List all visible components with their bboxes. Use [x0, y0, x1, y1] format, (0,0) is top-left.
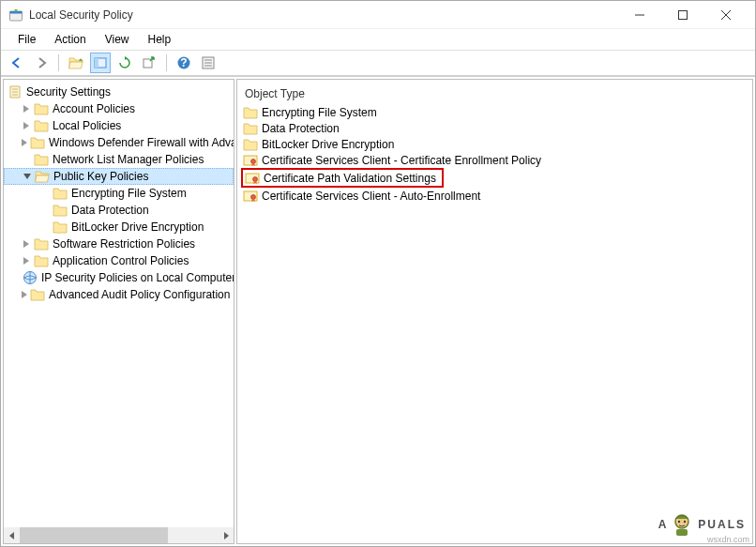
- window-title: Local Security Policy: [29, 8, 618, 22]
- tree-label: Account Policies: [53, 102, 135, 115]
- export-button[interactable]: [139, 53, 159, 73]
- tree-item-software-restriction[interactable]: Software Restriction Policies: [4, 236, 234, 252]
- help-button[interactable]: ?: [174, 53, 194, 73]
- forward-button[interactable]: [31, 53, 52, 73]
- content-area: Security Settings Account Policies Local…: [1, 76, 755, 546]
- ipsec-icon: [23, 270, 38, 285]
- properties-button[interactable]: [198, 53, 219, 73]
- tree-item-advanced-audit[interactable]: Advanced Audit Policy Configuration: [4, 286, 234, 303]
- titlebar: Local Security Policy: [1, 1, 755, 29]
- app-icon: [8, 8, 23, 23]
- tree-item-data-protection[interactable]: Data Protection: [4, 202, 234, 219]
- svg-rect-7: [95, 58, 98, 68]
- folder-icon: [34, 118, 49, 133]
- tree-panel: Security Settings Account Policies Local…: [3, 79, 234, 544]
- list-label: Certificate Services Client - Auto-Enrol…: [262, 190, 480, 203]
- tree-item-account-policies[interactable]: Account Policies: [4, 100, 234, 117]
- tree-item-bitlocker[interactable]: BitLocker Drive Encryption: [4, 219, 234, 236]
- tree-item-efs[interactable]: Encrypting File System: [4, 185, 234, 202]
- chevron-right-icon[interactable]: [21, 120, 32, 131]
- folder-icon: [34, 253, 49, 268]
- list-item-efs[interactable]: Encrypting File System: [237, 104, 752, 120]
- chevron-down-icon[interactable]: [22, 171, 33, 182]
- close-button[interactable]: [704, 1, 748, 29]
- tree-item-network-list[interactable]: Network List Manager Policies: [4, 151, 234, 168]
- tree-label: BitLocker Drive Encryption: [71, 220, 204, 234]
- tree-label: Network List Manager Policies: [53, 153, 204, 166]
- column-header-object-type[interactable]: Object Type: [237, 84, 752, 104]
- tree-item-public-key-policies[interactable]: Public Key Policies: [4, 168, 234, 185]
- toolbar: ?: [1, 50, 755, 76]
- list-label: BitLocker Drive Encryption: [262, 138, 394, 151]
- tree-label: Windows Defender Firewall with Advanced …: [49, 136, 234, 149]
- refresh-button[interactable]: [114, 53, 135, 73]
- list-panel: Object Type Encrypting File System Data …: [236, 79, 753, 544]
- tree-item-local-policies[interactable]: Local Policies: [4, 117, 234, 134]
- back-button[interactable]: [7, 53, 27, 73]
- left-horizontal-scrollbar[interactable]: [4, 527, 234, 543]
- menu-help[interactable]: Help: [141, 31, 179, 48]
- folder-icon: [34, 101, 49, 116]
- certificate-icon: [243, 153, 258, 168]
- folder-icon: [34, 236, 49, 251]
- chevron-right-icon[interactable]: [21, 255, 32, 266]
- highlight-annotation: Certificate Path Validation Settings: [241, 168, 444, 188]
- list-label: Encrypting File System: [262, 106, 377, 119]
- folder-icon: [30, 287, 45, 302]
- tree-label: Local Policies: [53, 119, 121, 132]
- menu-action[interactable]: Action: [47, 31, 93, 48]
- list-item-bitlocker[interactable]: BitLocker Drive Encryption: [237, 136, 752, 152]
- list-item-cert-path-validation[interactable]: Certificate Path Validation Settings: [243, 170, 442, 186]
- folder-open-icon: [35, 169, 50, 184]
- folder-icon: [53, 186, 68, 201]
- folder-icon: [243, 105, 258, 120]
- list-label: Certificate Path Validation Settings: [264, 172, 436, 185]
- chevron-right-icon[interactable]: [21, 289, 28, 300]
- folder-icon: [34, 152, 49, 167]
- maximize-button[interactable]: [661, 1, 704, 29]
- folder-icon: [53, 220, 68, 235]
- scroll-right-arrow-icon[interactable]: [218, 527, 234, 543]
- show-hide-tree-button[interactable]: [90, 53, 111, 73]
- menubar: File Action View Help: [1, 29, 755, 50]
- security-settings-icon: [8, 84, 23, 99]
- menu-view[interactable]: View: [98, 31, 137, 48]
- tree-label: IP Security Policies on Local Computer: [41, 271, 234, 284]
- certificate-icon: [243, 189, 258, 204]
- scroll-left-arrow-icon[interactable]: [4, 527, 20, 543]
- folder-icon: [243, 137, 258, 152]
- tree-root[interactable]: Security Settings: [4, 84, 234, 100]
- up-button[interactable]: [66, 53, 86, 73]
- tree-label: Encrypting File System: [71, 187, 187, 200]
- list-label: Data Protection: [262, 122, 340, 135]
- tree-label: Advanced Audit Policy Configuration: [49, 288, 230, 301]
- tree-label: Software Restriction Policies: [53, 237, 195, 251]
- tree-item-ip-security[interactable]: IP Security Policies on Local Computer: [4, 269, 234, 286]
- chevron-right-icon[interactable]: [21, 103, 32, 114]
- tree-label: Data Protection: [71, 204, 149, 217]
- scrollbar-thumb[interactable]: [20, 527, 168, 543]
- tree-label: Security Settings: [26, 85, 111, 99]
- tree-item-app-control[interactable]: Application Control Policies: [4, 252, 234, 269]
- tree-label: Application Control Policies: [53, 254, 189, 267]
- certificate-icon: [245, 171, 260, 186]
- list-item-cert-enroll-policy[interactable]: Certificate Services Client - Certificat…: [237, 152, 752, 168]
- folder-icon: [243, 121, 258, 136]
- folder-icon: [53, 203, 68, 218]
- chevron-right-icon[interactable]: [21, 137, 28, 148]
- folder-icon: [30, 135, 45, 150]
- list-item-data-protection[interactable]: Data Protection: [237, 120, 752, 136]
- svg-text:?: ?: [180, 56, 187, 69]
- list-label: Certificate Services Client - Certificat…: [262, 154, 541, 167]
- svg-rect-5: [679, 10, 688, 19]
- tree-label: Public Key Policies: [53, 170, 148, 183]
- menu-file[interactable]: File: [10, 31, 43, 48]
- tree-item-firewall[interactable]: Windows Defender Firewall with Advanced …: [4, 134, 234, 151]
- chevron-right-icon[interactable]: [21, 238, 32, 250]
- minimize-button[interactable]: [618, 1, 661, 29]
- list-item-cert-auto-enroll[interactable]: Certificate Services Client - Auto-Enrol…: [237, 189, 752, 205]
- scrollbar-track[interactable]: [20, 527, 218, 543]
